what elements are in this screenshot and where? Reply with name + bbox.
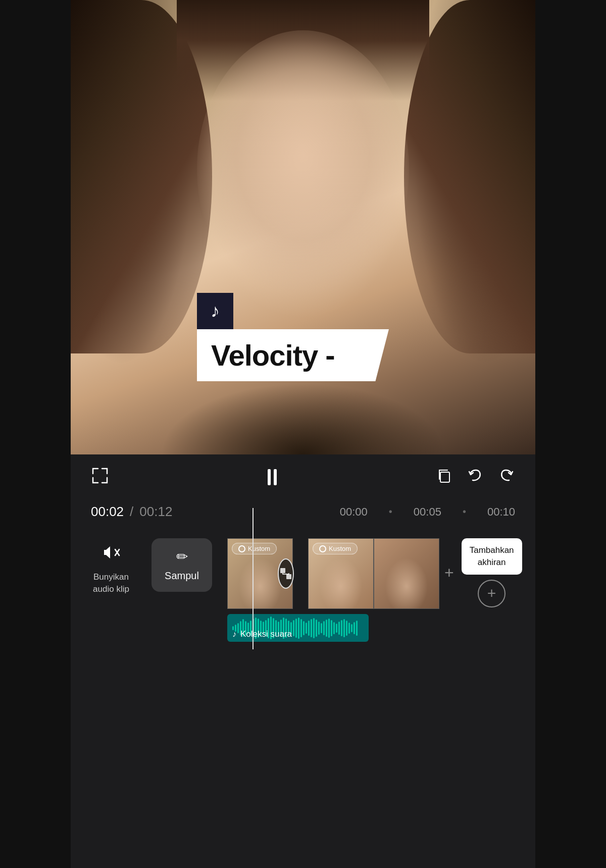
clip-timeline-row: Bunyikan audio klip ✏ Sampul Kustom (71, 531, 535, 642)
wave-bar (321, 623, 322, 633)
time-marker-10: 00:10 (487, 505, 515, 519)
copy-button[interactable] (435, 467, 452, 488)
wave-bar (331, 620, 332, 636)
time-marker-0: 00:00 (340, 505, 368, 519)
tiktok-logo-icon: ♪ (211, 300, 220, 322)
time-marker-5: 00:05 (414, 505, 441, 519)
pause-bar-left (268, 469, 271, 485)
wave-bar (336, 624, 337, 633)
audio-track-bar[interactable]: ♪ Koleksi suara (227, 614, 369, 642)
add-end-plus-icon: + (487, 585, 496, 602)
add-end-label: Tambahkan akhiran (462, 538, 522, 575)
video-preview: ♪ Velocity - (71, 0, 535, 454)
wave-bar (341, 620, 342, 636)
kustom-label-2: Kustom (329, 545, 351, 552)
wave-bar (343, 619, 345, 637)
kustom-circle-2 (319, 545, 326, 552)
tiktok-icon-box: ♪ (197, 293, 233, 329)
transition-button[interactable] (278, 558, 294, 589)
expand-button[interactable] (91, 467, 109, 488)
velocity-banner: Velocity - (197, 329, 389, 381)
left-panel (0, 0, 71, 868)
wave-bar (303, 621, 305, 635)
clip-item-3[interactable] (374, 538, 439, 609)
clips-area: Kustom (227, 538, 439, 642)
clip-face-3 (374, 553, 439, 608)
add-separator-plus: + (444, 564, 454, 582)
svg-rect-4 (286, 574, 291, 579)
time-display: 00:02 / 00:12 00:00 • 00:05 • 00:10 (71, 500, 535, 526)
pause-bar-right (274, 469, 277, 485)
time-dot-2: • (463, 506, 466, 518)
wave-bar (351, 624, 352, 632)
wave-bar (354, 622, 355, 634)
wave-bar (356, 621, 358, 636)
playhead (252, 508, 254, 649)
face-overlay (197, 30, 409, 308)
pause-button[interactable] (268, 469, 277, 485)
audio-label-row: ♪ Koleksi suara (232, 629, 292, 639)
wave-bar (338, 622, 340, 635)
wave-bar (298, 618, 299, 639)
wave-bar (323, 621, 325, 635)
right-controls (435, 467, 515, 488)
sampul-label: Sampul (165, 570, 199, 582)
kustom-badge-1: Kustom (232, 543, 277, 554)
undo-button[interactable] (467, 467, 484, 488)
wave-bar (308, 621, 310, 636)
svg-rect-3 (280, 568, 285, 573)
clips-strip: Kustom (227, 538, 439, 609)
add-end-button[interactable]: + (478, 580, 506, 607)
tiktok-overlay: ♪ Velocity - (197, 293, 389, 381)
wave-bar (318, 622, 320, 635)
kustom-label-1: Kustom (248, 545, 270, 552)
wave-bar (328, 619, 330, 638)
time-separator: / (130, 504, 133, 520)
sampul-icon: ✏ (176, 548, 188, 565)
velocity-text: Velocity - (211, 339, 335, 372)
redo-button[interactable] (498, 467, 515, 488)
clip-item-2[interactable]: Kustom (308, 538, 374, 609)
mute-icon[interactable] (102, 543, 120, 565)
audio-mute-section: Bunyikan audio klip (86, 538, 136, 595)
kustom-circle-1 (238, 545, 245, 552)
wave-bar (295, 619, 297, 638)
time-dot-1: • (389, 506, 392, 518)
audio-note-icon: ♪ (232, 630, 236, 639)
right-panel (535, 0, 606, 868)
timeline-section: 00:02 / 00:12 00:00 • 00:05 • 00:10 (71, 500, 535, 531)
controls-bar (71, 454, 535, 500)
audio-track-container: ♪ Koleksi suara (227, 614, 439, 642)
wave-bar (313, 618, 315, 638)
wave-bar (293, 620, 294, 636)
clip-face-2 (309, 553, 373, 608)
wave-bar (326, 620, 327, 637)
total-time: 00:12 (139, 504, 172, 520)
sampul-button[interactable]: ✏ Sampul (152, 538, 212, 592)
wave-bar (300, 619, 302, 637)
add-end-container: Tambahkan akhiran + (462, 538, 522, 607)
video-background: ♪ Velocity - (71, 0, 535, 454)
audio-name: Koleksi suara (240, 629, 292, 639)
wave-bar (333, 622, 335, 634)
wave-bar (316, 620, 317, 637)
wave-bar (311, 619, 312, 637)
kustom-badge-2: Kustom (313, 543, 358, 554)
svg-rect-0 (440, 472, 449, 482)
wave-bar (346, 621, 347, 636)
mute-label: Bunyikan audio klip (93, 571, 129, 595)
wave-bar (348, 623, 350, 634)
wave-bar (306, 623, 307, 634)
add-clip-section: + Tambahkan akhiran + (444, 538, 522, 607)
current-time: 00:02 (91, 504, 124, 520)
